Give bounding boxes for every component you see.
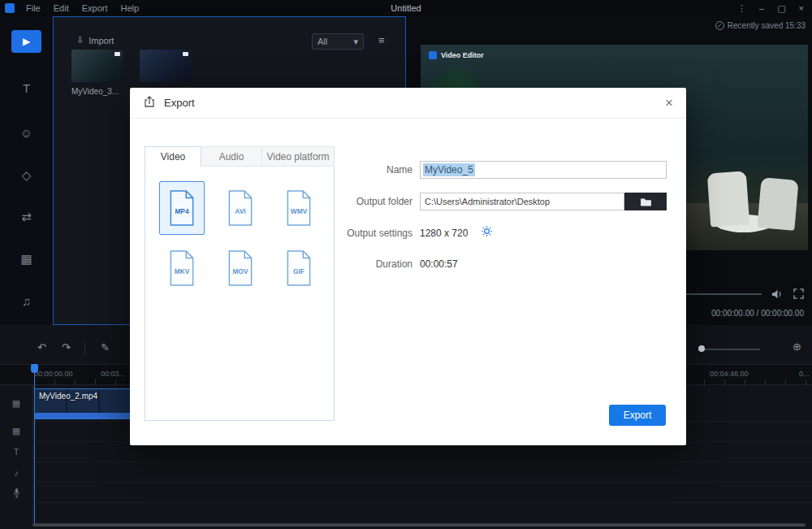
- menu-file[interactable]: File: [19, 3, 47, 13]
- settings-gear-icon[interactable]: [481, 225, 493, 241]
- undo-icon[interactable]: ↶: [37, 341, 46, 353]
- track-row-line: [32, 482, 812, 483]
- format-mp4[interactable]: MP4: [159, 181, 205, 235]
- split-tool-button[interactable]: ⇄: [0, 210, 53, 224]
- text-track-icon[interactable]: T: [0, 447, 32, 457]
- close-icon[interactable]: ×: [665, 96, 673, 110]
- menu-help[interactable]: Help: [114, 3, 146, 13]
- video-badge-icon: [183, 52, 188, 56]
- import-button[interactable]: ⇩ Import: [76, 35, 114, 46]
- speaker-icon[interactable]: [771, 288, 784, 302]
- svg-text:MKV: MKV: [175, 267, 190, 275]
- edit-icon[interactable]: ✎: [101, 341, 110, 353]
- timeline-zoom-slider[interactable]: [700, 349, 760, 350]
- more-icon[interactable]: ⋮: [737, 3, 746, 14]
- ruler-tick-label: 0...: [799, 370, 810, 378]
- titlebar: File Edit Export Help Untitled ⋮ – ▢ ×: [0, 0, 812, 16]
- export-tabs: Video Audio Video platform: [145, 146, 335, 167]
- export-icon: [143, 95, 156, 111]
- format-gif[interactable]: GIF: [276, 241, 322, 295]
- media-tool-button[interactable]: ▶: [11, 30, 41, 53]
- duration-label: Duration: [323, 258, 412, 270]
- video-editor-app: File Edit Export Help Untitled ⋮ – ▢ × ✓…: [0, 0, 812, 529]
- app-logo-icon: [5, 3, 15, 13]
- media-clip-thumbnail[interactable]: [140, 50, 192, 82]
- format-mov[interactable]: MOV: [218, 241, 263, 295]
- tool-rail: ▶ T ☺ ◇ ⇄ ▦ ♫: [0, 16, 53, 325]
- export-dialog-header: Export ×: [130, 88, 686, 119]
- output-folder-input[interactable]: C:\Users\Administrator\Desktop: [420, 193, 624, 210]
- svg-text:MOV: MOV: [232, 267, 248, 275]
- svg-text:GIF: GIF: [293, 267, 304, 275]
- zoom-in-icon[interactable]: ⊕: [793, 340, 801, 353]
- music-tool-button[interactable]: ♫: [0, 294, 53, 308]
- timeline-zoom-handle[interactable]: [698, 345, 705, 352]
- saved-status-text: Recently saved 15:33: [728, 21, 806, 30]
- list-view-icon[interactable]: ≡: [378, 34, 385, 46]
- overlay-track-icon[interactable]: ▦: [0, 426, 32, 436]
- media-clip-thumbnail[interactable]: [71, 50, 123, 82]
- import-icon: ⇩: [76, 35, 84, 46]
- svg-text:WMV: WMV: [291, 207, 308, 215]
- timeline-scrollbar[interactable]: [32, 523, 806, 527]
- watermark-logo-icon: [429, 51, 437, 59]
- audio-track-icon[interactable]: ♪: [0, 468, 32, 478]
- redo-icon[interactable]: ↷: [62, 341, 71, 353]
- playhead-line[interactable]: [34, 364, 35, 523]
- media-clip-label: MyVideo_3...: [71, 87, 128, 96]
- video-chair: [757, 177, 798, 231]
- transitions-tool-button[interactable]: ◇: [0, 168, 53, 183]
- menu-edit[interactable]: Edit: [47, 3, 76, 13]
- ruler-tick-label: 00:03...: [101, 370, 125, 378]
- minimize-button[interactable]: –: [759, 3, 764, 14]
- output-settings-value: 1280 x 720: [420, 228, 468, 239]
- fullscreen-icon[interactable]: [793, 288, 804, 302]
- toolbar-divider: [84, 343, 85, 354]
- name-value: MyVideo_5: [423, 163, 475, 176]
- format-wmv[interactable]: WMV: [276, 181, 322, 235]
- duration-value: 00:00:57: [420, 258, 458, 270]
- filters-tool-button[interactable]: ▦: [0, 252, 53, 267]
- format-avi[interactable]: AVI: [218, 181, 263, 235]
- preview-timecode: 00:00:00.00 / 00:00:00.00: [711, 309, 804, 318]
- svg-text:AVI: AVI: [235, 207, 245, 215]
- track-row-line: [32, 502, 812, 503]
- ruler-tick-label: 00:00:00.00: [34, 370, 73, 378]
- media-filter-dropdown[interactable]: All ▾: [312, 33, 364, 50]
- export-dialog-title: Export: [164, 97, 195, 109]
- media-filter-value: All: [317, 37, 327, 46]
- chevron-down-icon: ▾: [353, 37, 358, 47]
- play-icon: ▶: [23, 36, 30, 47]
- name-label: Name: [323, 164, 412, 176]
- stickers-tool-button[interactable]: ☺: [0, 126, 53, 140]
- svg-text:MP4: MP4: [175, 207, 189, 215]
- tab-video-platform[interactable]: Video platform: [262, 146, 335, 167]
- text-tool-button[interactable]: T: [0, 81, 53, 95]
- browse-folder-button[interactable]: [624, 193, 667, 210]
- export-dialog: Export × Video Audio Video platform MP4 …: [130, 88, 686, 445]
- format-mkv[interactable]: MKV: [159, 241, 205, 295]
- video-track-icon[interactable]: ▦: [0, 398, 32, 409]
- track-row-line: [32, 462, 812, 462]
- watermark-text: Video Editor: [441, 51, 484, 59]
- output-settings-label: Output settings: [323, 228, 412, 239]
- format-list: MP4 AVI WMV MKV MOV GIF: [145, 166, 335, 421]
- saved-status: ✓ Recently saved 15:33: [715, 21, 806, 30]
- import-label: Import: [89, 36, 114, 46]
- video-watermark: Video Editor: [429, 51, 484, 59]
- maximize-button[interactable]: ▢: [777, 3, 785, 14]
- saved-check-icon: ✓: [715, 21, 724, 30]
- export-button[interactable]: Export: [609, 405, 666, 426]
- voiceover-track-icon[interactable]: [0, 488, 32, 500]
- close-window-button[interactable]: ×: [799, 3, 804, 14]
- output-folder-label: Output folder: [323, 196, 412, 207]
- folder-icon: [640, 197, 652, 206]
- video-badge-icon: [114, 52, 120, 56]
- tab-audio[interactable]: Audio: [201, 146, 262, 167]
- menu-export[interactable]: Export: [76, 3, 114, 13]
- tab-video[interactable]: Video: [145, 146, 201, 167]
- timeline-clip-label: MyVideo_2.mp4: [39, 392, 97, 401]
- name-input[interactable]: MyVideo_5: [420, 161, 667, 179]
- ruler-tick-label: 00:04:48.00: [710, 370, 749, 378]
- video-chair: [707, 171, 749, 227]
